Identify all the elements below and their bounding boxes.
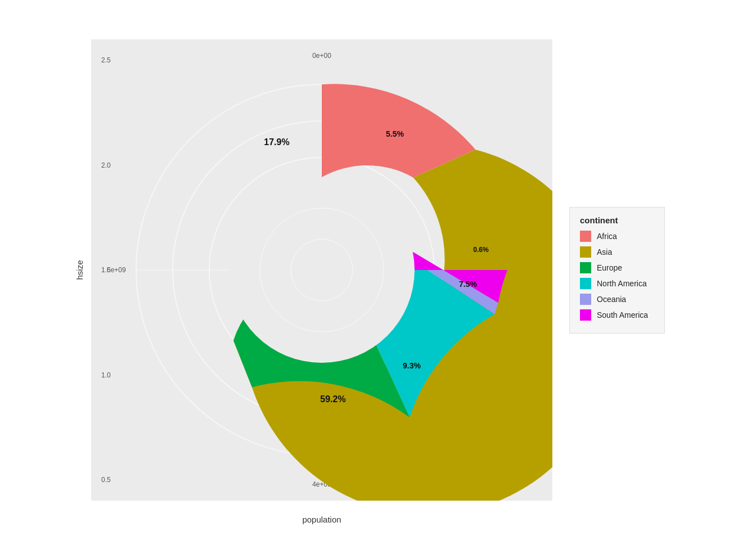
x-axis-label: population [302,515,341,524]
legend-swatch-south-america [580,309,591,321]
legend-item-africa: Africa [580,231,654,242]
pct-north-america: 7.5% [459,280,477,289]
legend-item-europe: Europe [580,262,654,273]
pct-africa: 17.9% [264,137,289,147]
legend-label-europe: Europe [597,263,622,272]
legend-title: continent [580,215,654,225]
legend-swatch-oceania [580,294,591,305]
legend-swatch-europe [580,262,591,273]
legend-item-south-america: South America [580,309,654,321]
plot-area: hsize population 0e+00 2e+09 4e+09 6e+09… [91,39,552,501]
legend-swatch-asia [580,246,591,258]
legend-label-north-america: North America [597,279,647,288]
legend-label-south-america: South America [597,310,648,320]
pct-oceania: 0.6% [473,246,489,254]
pct-south-america: 5.5% [386,129,404,138]
legend-swatch-africa [580,231,591,242]
legend: continent Africa Asia Europe North Ameri… [569,207,665,334]
chart-container: hsize population 0e+00 2e+09 4e+09 6e+09… [69,39,687,501]
legend-item-north-america: North America [580,278,654,289]
pct-europe: 9.3% [403,361,421,370]
y-axis-label: hsize [75,260,84,280]
legend-label-oceania: Oceania [597,295,626,304]
legend-item-asia: Asia [580,246,654,258]
pct-asia: 59.2% [320,394,345,404]
svg-point-6 [229,177,415,363]
legend-label-africa: Africa [597,232,617,241]
legend-item-oceania: Oceania [580,294,654,305]
page-wrapper: hsize population 0e+00 2e+09 4e+09 6e+09… [0,0,756,540]
legend-swatch-north-america [580,278,591,289]
donut-chart-svg: 17.9% 59.2% 9.3% 7.5% 0.6% 5.5% [91,39,552,501]
legend-label-asia: Asia [597,248,612,256]
